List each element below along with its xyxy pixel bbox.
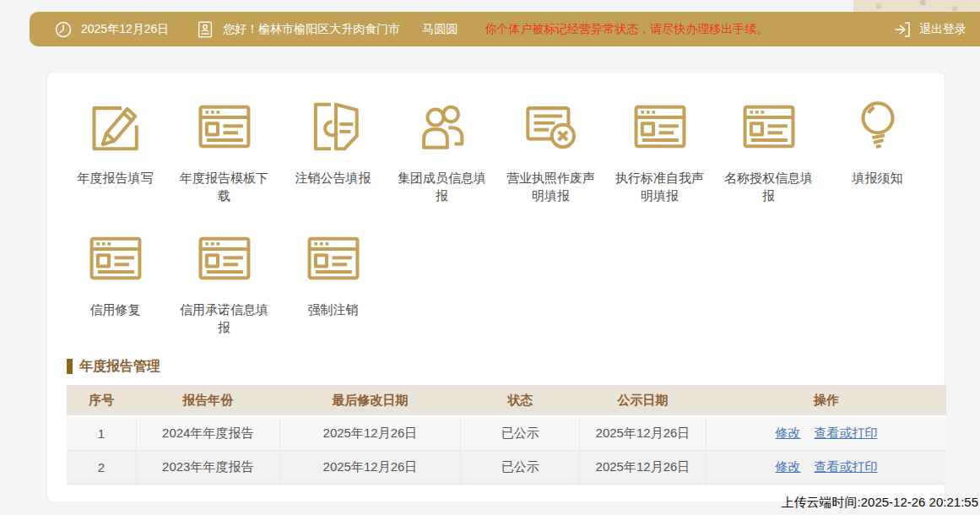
cell-publish-date: 2025年12月26日 (579, 450, 706, 484)
cell-last-modified: 2025年12月26日 (279, 416, 461, 450)
app-annual-report-fill[interactable]: 年度报告填写 (61, 95, 170, 204)
app-label: 强制注销 (308, 301, 359, 318)
section-title-bar (67, 359, 73, 374)
app-label: 信用修复 (90, 301, 141, 318)
group-members-icon (413, 97, 472, 156)
license-void-icon (522, 97, 581, 156)
app-label: 营业执照作废声明填报 (504, 169, 598, 204)
template-window-icon (739, 97, 799, 156)
template-window-icon (86, 229, 145, 288)
section-header: 年度报告管理 (67, 358, 945, 375)
col-header-status: 状态 (461, 385, 580, 416)
app-label: 信用承诺信息填报 (177, 301, 272, 336)
app-label: 填报须知 (853, 169, 903, 187)
template-window-icon (631, 97, 690, 156)
app-grid-row-1: 年度报告填写 年度报告模板下载 注销公告填报 集团成员信息填报 营业执照作废声明… (61, 95, 945, 204)
top-bar: 2025年12月26日 您好！榆林市榆阳区大升肉食门市 马圆圆 你个体户被标记经… (30, 12, 980, 46)
app-grid-row-2: 信用修复 信用承诺信息填报 强制注销 (61, 226, 945, 336)
table-row: 2 2023年年度报告 2025年12月26日 已公示 2025年12月26日 … (67, 450, 946, 484)
template-window-icon (304, 229, 363, 288)
cell-index: 2 (67, 450, 136, 484)
edit-link[interactable]: 修改 (775, 459, 800, 474)
col-header-last-modified: 最后修改日期 (279, 385, 461, 416)
table-row: 1 2024年年度报告 2025年12月26日 已公示 2025年12月26日 … (67, 416, 946, 450)
col-header-report-year: 报告年份 (136, 385, 279, 416)
current-date: 2025年12月26日 (81, 22, 169, 37)
cell-status: 已公示 (461, 450, 580, 484)
abnormal-status-warning: 你个体户被标记经营异常状态，请尽快办理移出手续。 (485, 22, 768, 37)
template-window-icon (195, 97, 254, 156)
deregister-doc-icon (304, 97, 363, 156)
id-card-icon (196, 20, 214, 39)
app-label: 集团成员信息填报 (395, 169, 490, 204)
app-name-authorization-info[interactable]: 名称授权信息填报 (714, 95, 823, 204)
bulb-icon (848, 97, 907, 156)
user-name: 马圆圆 (422, 22, 458, 37)
cell-report-year: 2023年年度报告 (136, 450, 279, 484)
col-header-index: 序号 (67, 385, 136, 416)
clock-icon (53, 19, 73, 40)
main-panel: 年度报告填写 年度报告模板下载 注销公告填报 集团成员信息填报 营业执照作废声明… (46, 72, 945, 502)
cell-report-year: 2024年年度报告 (136, 416, 279, 450)
cell-publish-date: 2025年12月26日 (579, 416, 706, 450)
app-forced-deregistration[interactable]: 强制注销 (279, 226, 387, 336)
col-header-publish-date: 公示日期 (579, 385, 706, 416)
section-title: 年度报告管理 (79, 358, 160, 376)
background-pattern (853, 0, 980, 13)
app-group-member-info[interactable]: 集团成员信息填报 (387, 95, 496, 204)
app-annual-report-template-download[interactable]: 年度报告模板下载 (170, 95, 279, 204)
greeting-company-name: 您好！榆林市榆阳区大升肉食门市 (223, 22, 400, 37)
app-label: 注销公告填报 (295, 169, 371, 187)
cell-status: 已公示 (461, 416, 580, 450)
template-window-icon (195, 229, 254, 288)
app-label: 名称授权信息填报 (722, 169, 816, 204)
edit-link[interactable]: 修改 (775, 426, 800, 440)
logout-icon (892, 19, 912, 40)
upload-cloud-timestamp: 上传云端时间:2025-12-26 20:21:55 (782, 495, 978, 511)
edit-square-icon (86, 97, 145, 156)
logout-button[interactable]: 退出登录 (892, 19, 966, 40)
annual-report-table: 序号 报告年份 最后修改日期 状态 公示日期 操作 1 2024年年度报告 20… (67, 385, 946, 485)
table-header-row: 序号 报告年份 最后修改日期 状态 公示日期 操作 (67, 385, 946, 416)
app-standard-self-declaration[interactable]: 执行标准自我声明填报 (605, 95, 714, 204)
view-or-print-link[interactable]: 查看或打印 (815, 459, 878, 474)
view-or-print-link[interactable]: 查看或打印 (815, 426, 878, 440)
app-deregistration-notice[interactable]: 注销公告填报 (279, 95, 387, 204)
app-filing-instructions[interactable]: 填报须知 (823, 95, 932, 204)
col-header-actions: 操作 (707, 385, 947, 416)
cell-last-modified: 2025年12月26日 (279, 450, 461, 484)
app-label: 执行标准自我声明填报 (613, 169, 707, 204)
app-license-void-declaration[interactable]: 营业执照作废声明填报 (496, 95, 605, 204)
app-label: 年度报告模板下载 (177, 169, 272, 204)
app-credit-commitment-info[interactable]: 信用承诺信息填报 (170, 226, 279, 336)
app-label: 年度报告填写 (78, 169, 154, 187)
cell-index: 1 (67, 416, 136, 450)
logout-label: 退出登录 (919, 22, 966, 37)
app-credit-repair[interactable]: 信用修复 (61, 226, 170, 336)
